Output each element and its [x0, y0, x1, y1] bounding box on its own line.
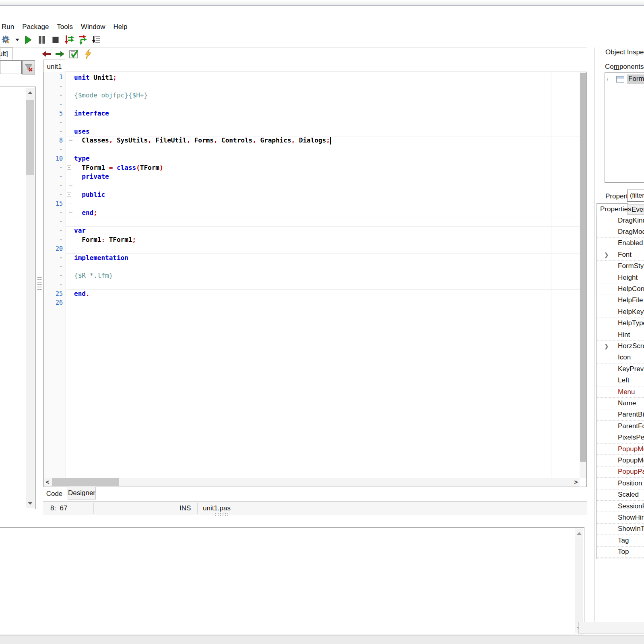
code-line[interactable]: TForm1 = class(TForm) — [44, 163, 580, 172]
tab-designer[interactable]: Designer — [68, 487, 96, 500]
fold-column[interactable] — [66, 163, 73, 172]
tab-properties[interactable]: Properties — [597, 203, 628, 215]
property-row-tag[interactable]: Tag — [597, 535, 644, 546]
property-row-icon[interactable]: Icon — [597, 352, 644, 363]
scroll-down-button[interactable] — [26, 498, 35, 508]
fold-column[interactable] — [66, 154, 73, 163]
fold-column[interactable] — [66, 91, 73, 100]
fold-column[interactable] — [66, 172, 73, 181]
source-editor[interactable]: 1unit Unit1;{$mode objfpc}{$H+}5interfac… — [43, 72, 587, 487]
property-row-enabled[interactable]: Enabled — [597, 238, 644, 249]
property-row-pixelsperinch[interactable]: PixelsPerInch — [597, 432, 644, 444]
fold-column[interactable] — [66, 244, 73, 253]
gutter-cell[interactable] — [44, 149, 66, 150]
code-line[interactable] — [44, 100, 580, 109]
gutter-cell[interactable]: 20 — [44, 245, 66, 252]
gutter-cell[interactable]: 15 — [44, 200, 66, 207]
property-grid[interactable]: DragKindDragModeEnabled❯FontFormStyleHei… — [597, 215, 644, 559]
quick-fix-button[interactable] — [84, 49, 93, 59]
property-row-hint[interactable]: Hint — [597, 329, 644, 341]
property-row-dragmode[interactable]: DragMode — [597, 226, 644, 237]
bottom-splitter-grip[interactable] — [215, 512, 228, 516]
component-node-form1[interactable]: Form1 — [627, 74, 644, 84]
property-row-helpfile[interactable]: HelpFile — [597, 295, 644, 306]
fold-column[interactable] — [66, 199, 73, 208]
code-line[interactable]: 5interface — [44, 109, 580, 118]
menu-item-help[interactable]: Help — [109, 23, 132, 31]
code-line[interactable]: 1unit Unit1; — [44, 73, 580, 82]
code-line[interactable] — [44, 118, 580, 127]
run-button[interactable] — [23, 34, 34, 45]
expand-chevron-icon[interactable]: ❯ — [597, 341, 616, 351]
fold-collapse-icon[interactable] — [67, 174, 71, 178]
fold-column[interactable] — [66, 298, 73, 307]
property-row-scaled[interactable]: Scaled — [597, 489, 644, 501]
gutter-cell[interactable] — [44, 131, 66, 132]
menu-item-window[interactable]: Window — [77, 23, 109, 31]
property-row-dragkind[interactable]: DragKind — [597, 215, 644, 226]
scrollbar-thumb[interactable] — [580, 73, 586, 462]
property-row-name[interactable]: Name — [597, 398, 644, 409]
gutter-cell[interactable] — [44, 284, 66, 285]
bottom-panel-scrollbar[interactable] — [575, 528, 583, 633]
property-row-horzscrollbar[interactable]: ❯HorzScrollBar — [597, 341, 644, 352]
property-row-popupparent[interactable]: PopupParent — [597, 466, 644, 478]
tab-code[interactable]: Code — [43, 488, 65, 500]
fold-column[interactable] — [66, 127, 73, 136]
property-row-height[interactable]: Height — [597, 272, 644, 283]
build-gear-button[interactable] — [1, 34, 12, 45]
property-row-font[interactable]: ❯Font — [597, 249, 644, 260]
property-row-helpkeyword[interactable]: HelpKeyword — [597, 306, 644, 318]
fold-column[interactable] — [66, 181, 73, 190]
code-line[interactable]: private — [44, 172, 580, 181]
fold-collapse-icon[interactable] — [67, 165, 71, 169]
code-line[interactable]: 26 — [44, 298, 580, 307]
code-line[interactable]: 25end. — [44, 289, 580, 298]
fold-column[interactable] — [66, 253, 73, 262]
property-row-popupmode[interactable]: PopupMode — [597, 455, 644, 466]
fold-column[interactable] — [66, 118, 73, 127]
bottom-dock-panel[interactable] — [0, 527, 584, 634]
build-mode-dropdown-button[interactable] — [14, 34, 20, 45]
code-line[interactable] — [44, 262, 580, 271]
scrollbar-thumb[interactable] — [26, 100, 34, 175]
gutter-cell[interactable] — [44, 122, 66, 123]
step-into-button[interactable] — [77, 34, 89, 45]
left-panel-tab[interactable]: ult] — [0, 47, 13, 60]
property-row-parentbidimode[interactable]: ParentBiDiMode — [597, 409, 644, 421]
gutter-cell[interactable] — [44, 266, 66, 267]
fold-column[interactable] — [66, 109, 73, 118]
menu-item-tools[interactable]: Tools — [53, 23, 77, 31]
menu-item-package[interactable]: Package — [18, 23, 53, 31]
pause-button[interactable] — [36, 34, 47, 45]
fold-column[interactable] — [66, 145, 73, 154]
property-row-left[interactable]: Left — [597, 375, 644, 386]
property-row-showintaskbar[interactable]: ShowInTaskBar — [597, 524, 644, 535]
gutter-cell[interactable] — [44, 176, 66, 177]
code-line[interactable]: public — [44, 190, 580, 199]
scroll-up-button[interactable] — [575, 528, 583, 538]
editor-vertical-scrollbar[interactable] — [580, 72, 586, 478]
gutter-cell[interactable]: 26 — [44, 299, 66, 306]
editor-horizontal-scrollbar[interactable]: < > — [44, 478, 580, 487]
gutter-cell[interactable] — [44, 185, 66, 186]
property-row-keypreview[interactable]: KeyPreview — [597, 363, 644, 375]
property-row-position[interactable]: Position — [597, 478, 644, 489]
gutter-cell[interactable]: 5 — [44, 110, 66, 117]
property-row-formstyle[interactable]: FormStyle — [597, 261, 644, 272]
property-row-helptype[interactable]: HelpType — [597, 318, 644, 329]
left-panel-scrollbar[interactable] — [26, 88, 35, 508]
gutter-cell[interactable] — [44, 104, 66, 105]
code-line[interactable] — [44, 181, 580, 190]
fold-column[interactable] — [66, 226, 73, 235]
fold-column[interactable] — [66, 208, 73, 217]
code-line[interactable]: uses — [44, 127, 580, 136]
fold-column[interactable] — [66, 217, 73, 226]
code-line[interactable]: 8 Classes, SysUtils, FileUtil, Forms, Co… — [44, 136, 580, 145]
jump-to-source-button[interactable] — [69, 49, 79, 59]
components-tree[interactable]: Form1 — [605, 72, 644, 183]
source-tab-unit1[interactable]: unit1 — [43, 60, 65, 72]
gutter-cell[interactable]: 25 — [44, 290, 66, 297]
gutter-cell[interactable] — [44, 230, 66, 231]
gutter-cell[interactable] — [44, 194, 66, 195]
